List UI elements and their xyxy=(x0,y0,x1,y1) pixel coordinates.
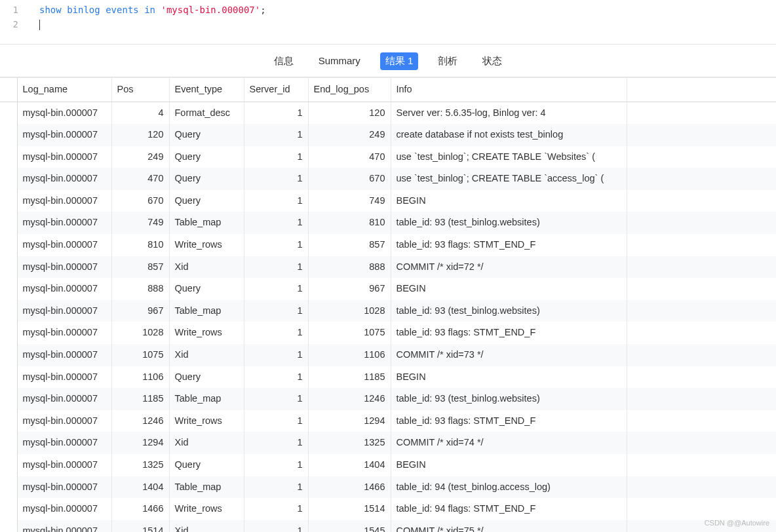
results-table-wrap[interactable]: Log_name Pos Event_type Server_id End_lo… xyxy=(0,77,776,532)
cell[interactable] xyxy=(627,124,776,146)
cell[interactable] xyxy=(627,278,776,300)
cell[interactable]: table_id: 93 (test_binlog.websites) xyxy=(391,388,627,410)
cell[interactable]: 1 xyxy=(244,498,308,520)
cell[interactable] xyxy=(0,124,17,146)
cell[interactable]: 888 xyxy=(308,256,391,278)
cell[interactable]: mysql-bin.000007 xyxy=(17,454,111,476)
table-row[interactable]: mysql-bin.000007888Query1967BEGIN xyxy=(0,278,776,300)
cell[interactable]: 1185 xyxy=(111,388,169,410)
cell[interactable]: COMMIT /* xid=74 */ xyxy=(391,432,627,454)
cell[interactable]: COMMIT /* xid=72 */ xyxy=(391,256,627,278)
cell[interactable]: mysql-bin.000007 xyxy=(17,322,111,344)
cell[interactable] xyxy=(0,410,17,432)
cell[interactable] xyxy=(627,454,776,476)
cell[interactable]: 1 xyxy=(244,124,308,146)
col-header-server[interactable]: Server_id xyxy=(244,78,308,102)
cell[interactable]: 1028 xyxy=(111,322,169,344)
cell[interactable]: mysql-bin.000007 xyxy=(17,344,111,366)
cell[interactable]: 1514 xyxy=(308,498,391,520)
table-row[interactable]: mysql-bin.000007857Xid1888COMMIT /* xid=… xyxy=(0,256,776,278)
cell[interactable]: Query xyxy=(169,168,244,190)
cell[interactable]: Write_rows xyxy=(169,322,244,344)
cell[interactable]: Format_desc xyxy=(169,102,244,124)
cell[interactable]: table_id: 93 (test_binlog.websites) xyxy=(391,212,627,234)
cell[interactable]: 749 xyxy=(111,212,169,234)
cell[interactable]: table_id: 93 (test_binlog.websites) xyxy=(391,300,627,322)
cell[interactable]: 1075 xyxy=(111,344,169,366)
cell[interactable]: mysql-bin.000007 xyxy=(17,234,111,256)
cell[interactable]: 120 xyxy=(111,124,169,146)
cell[interactable]: table_id: 93 flags: STMT_END_F xyxy=(391,234,627,256)
cell[interactable] xyxy=(627,300,776,322)
cell[interactable]: 1 xyxy=(244,168,308,190)
cell[interactable]: use `test_binlog`; CREATE TABLE `Website… xyxy=(391,146,627,168)
cell[interactable]: 4 xyxy=(111,102,169,124)
tab-4[interactable]: 状态 xyxy=(477,52,507,70)
cell[interactable]: 249 xyxy=(308,124,391,146)
cell[interactable]: BEGIN xyxy=(391,366,627,389)
table-row[interactable]: mysql-bin.000007810Write_rows1857table_i… xyxy=(0,234,776,256)
table-row[interactable]: mysql-bin.0000071466Write_rows11514table… xyxy=(0,498,776,520)
cell[interactable]: Query xyxy=(169,190,244,212)
cell[interactable] xyxy=(627,168,776,190)
cell[interactable]: Server ver: 5.6.35-log, Binlog ver: 4 xyxy=(391,102,627,124)
cell[interactable]: Table_map xyxy=(169,476,244,499)
cell[interactable]: table_id: 93 flags: STMT_END_F xyxy=(391,410,627,432)
cell[interactable]: 1028 xyxy=(308,300,391,322)
col-header-pos[interactable]: Pos xyxy=(111,78,169,102)
cell[interactable] xyxy=(627,366,776,389)
cell[interactable] xyxy=(0,476,17,499)
table-row[interactable]: mysql-bin.000007967Table_map11028table_i… xyxy=(0,300,776,322)
table-row[interactable]: mysql-bin.0000071294Xid11325COMMIT /* xi… xyxy=(0,432,776,454)
col-header-event[interactable]: Event_type xyxy=(169,78,244,102)
table-row[interactable]: mysql-bin.0000071404Table_map11466table_… xyxy=(0,476,776,499)
cell[interactable]: Query xyxy=(169,366,244,389)
cell[interactable]: Query xyxy=(169,278,244,300)
cell[interactable] xyxy=(627,256,776,278)
cell[interactable]: table_id: 93 flags: STMT_END_F xyxy=(391,322,627,344)
code-line[interactable]: show binlog events in 'mysql-bin.000007'… xyxy=(26,3,266,17)
cell[interactable]: mysql-bin.000007 xyxy=(17,498,111,520)
cell[interactable] xyxy=(627,322,776,344)
cell[interactable]: 857 xyxy=(111,256,169,278)
cell[interactable] xyxy=(0,256,17,278)
cell[interactable]: mysql-bin.000007 xyxy=(17,190,111,212)
cell[interactable]: mysql-bin.000007 xyxy=(17,366,111,389)
cell[interactable] xyxy=(627,498,776,520)
code-line[interactable] xyxy=(26,17,40,31)
cell[interactable]: Query xyxy=(169,146,244,168)
table-row[interactable]: mysql-bin.000007470Query1670use `test_bi… xyxy=(0,168,776,190)
cell[interactable]: mysql-bin.000007 xyxy=(17,278,111,300)
cell[interactable]: 249 xyxy=(111,146,169,168)
cell[interactable]: 1075 xyxy=(308,322,391,344)
cell[interactable]: mysql-bin.000007 xyxy=(17,146,111,168)
cell[interactable]: 888 xyxy=(111,278,169,300)
table-row[interactable]: mysql-bin.000007120Query1249create datab… xyxy=(0,124,776,146)
cell[interactable]: 120 xyxy=(308,102,391,124)
tab-1[interactable]: Summary xyxy=(313,52,366,70)
cell[interactable]: mysql-bin.000007 xyxy=(17,256,111,278)
cell[interactable] xyxy=(0,278,17,300)
cell[interactable]: 1466 xyxy=(308,476,391,499)
cell[interactable]: Xid xyxy=(169,520,244,532)
cell[interactable] xyxy=(0,454,17,476)
cell[interactable]: mysql-bin.000007 xyxy=(17,168,111,190)
table-row[interactable]: mysql-bin.0000071246Write_rows11294table… xyxy=(0,410,776,432)
cell[interactable]: 1325 xyxy=(308,432,391,454)
cell[interactable]: 1 xyxy=(244,300,308,322)
cell[interactable] xyxy=(627,410,776,432)
cell[interactable]: mysql-bin.000007 xyxy=(17,300,111,322)
cell[interactable]: Xid xyxy=(169,256,244,278)
cell[interactable]: Table_map xyxy=(169,212,244,234)
cell[interactable] xyxy=(0,498,17,520)
cell[interactable]: COMMIT /* xid=73 */ xyxy=(391,344,627,366)
cell[interactable]: 1 xyxy=(244,366,308,389)
table-row[interactable]: mysql-bin.000007670Query1749BEGIN xyxy=(0,190,776,212)
cell[interactable] xyxy=(0,102,17,124)
cell[interactable] xyxy=(627,102,776,124)
cell[interactable]: 967 xyxy=(308,278,391,300)
cell[interactable]: 1246 xyxy=(308,388,391,410)
cell[interactable]: Write_rows xyxy=(169,498,244,520)
cell[interactable]: 857 xyxy=(308,234,391,256)
cell[interactable]: mysql-bin.000007 xyxy=(17,432,111,454)
